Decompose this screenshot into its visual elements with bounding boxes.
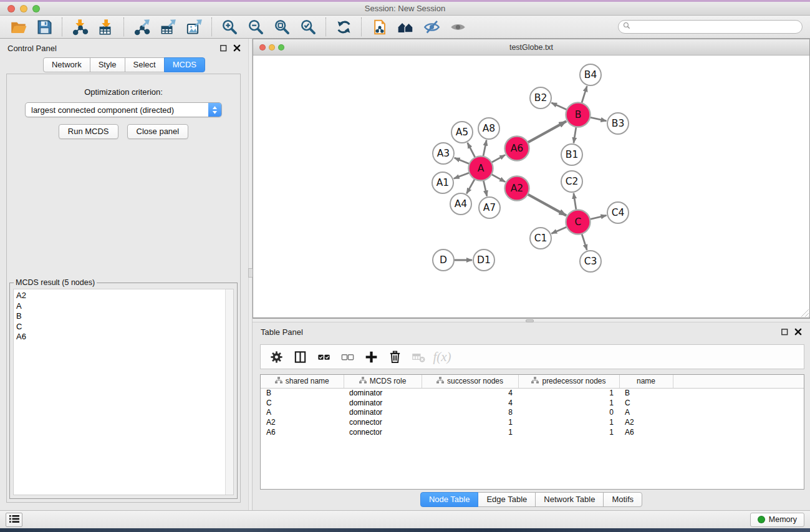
cell-name[interactable]: A (619, 408, 673, 418)
gear-button[interactable] (264, 346, 288, 367)
close-panel-button[interactable]: Close panel (127, 124, 189, 139)
network-window-titlebar[interactable]: testGlobe.txt (253, 39, 809, 56)
zoom-selected-button[interactable] (295, 17, 321, 37)
cell-name[interactable]: A2 (619, 417, 673, 427)
cell-successor-nodes[interactable]: 1 (422, 427, 518, 437)
mcds-result-item[interactable]: A (14, 301, 233, 312)
node-D1[interactable]: D1 (473, 249, 494, 271)
cell-shared-name[interactable]: A6 (261, 427, 344, 437)
tab-edge-table[interactable]: Edge Table (478, 492, 536, 507)
result-list-scrollbar[interactable] (225, 289, 233, 495)
new-network-from-selection-button[interactable] (366, 17, 392, 37)
cell-MCDS-role[interactable]: dominator (344, 408, 422, 418)
tab-mcds[interactable]: MCDS (164, 57, 205, 72)
table-row[interactable]: Cdominator41C (261, 398, 804, 408)
cell-shared-name[interactable]: C (261, 398, 344, 408)
cell-predecessor-nodes[interactable]: 1 (518, 388, 619, 398)
cell-name[interactable]: C (619, 398, 673, 408)
open-file-button[interactable] (5, 17, 31, 37)
cell-shared-name[interactable]: A2 (261, 417, 344, 427)
run-mcds-button[interactable]: Run MCDS (59, 124, 118, 139)
first-neighbors-button[interactable] (392, 17, 418, 37)
search-field[interactable] (618, 20, 803, 34)
node-A1[interactable]: A1 (432, 172, 453, 193)
table-row[interactable]: A6connector11A6 (261, 427, 804, 437)
cell-successor-nodes[interactable]: 1 (422, 417, 518, 427)
show-panels-menu-button[interactable] (6, 513, 22, 527)
node-C4[interactable]: C4 (607, 202, 629, 223)
cell-predecessor-nodes[interactable]: 1 (518, 417, 619, 427)
node-C2[interactable]: C2 (561, 171, 582, 192)
cell-MCDS-role[interactable]: connector (344, 417, 422, 427)
export-network-button[interactable] (128, 17, 155, 37)
split-panel-button[interactable] (288, 346, 312, 367)
tab-motifs[interactable]: Motifs (603, 492, 642, 507)
cell-predecessor-nodes[interactable]: 0 (518, 408, 619, 418)
cell-name[interactable]: B (619, 388, 673, 398)
delete-columns-button[interactable] (383, 346, 407, 367)
column-header-shared-name[interactable]: shared name (261, 375, 344, 388)
cell-MCDS-role[interactable]: dominator (344, 398, 422, 408)
node-A6-dominator[interactable]: A6 (505, 137, 529, 161)
save-session-button[interactable] (31, 17, 57, 37)
import-network-button[interactable] (67, 17, 93, 37)
export-image-button[interactable] (181, 17, 207, 37)
zoom-fit-button[interactable] (269, 17, 295, 37)
tab-node-table[interactable]: Node Table (420, 492, 479, 507)
node-table[interactable]: shared nameMCDS rolesuccessor nodesprede… (260, 374, 804, 490)
mcds-result-list[interactable]: A2ABCA6 (13, 289, 234, 495)
refresh-button[interactable] (330, 17, 357, 37)
tab-select[interactable]: Select (125, 57, 165, 72)
network-canvas[interactable]: B4B2BB3A5A8A6B1A3AC2A1A2A4A7CC4C1C3DD1 (253, 56, 809, 317)
network-view-window[interactable]: testGlobe.txt B4B2BB3A5A8A6B1A3AC2A1A2A4… (253, 39, 810, 318)
node-B-dominator[interactable]: B (566, 103, 591, 127)
mcds-result-item[interactable]: A6 (14, 332, 233, 342)
app-titlebar[interactable]: Session: New Session (0, 2, 810, 16)
cell-successor-nodes[interactable]: 4 (422, 388, 518, 398)
select-all-checkboxes-button[interactable] (312, 346, 335, 367)
node-D[interactable]: D (433, 249, 454, 271)
table-row[interactable]: A2connector11A2 (261, 417, 804, 427)
node-B4[interactable]: B4 (580, 64, 601, 85)
float-panel-button[interactable] (219, 44, 227, 52)
float-panel-button[interactable] (780, 328, 788, 336)
column-header-successor-nodes[interactable]: successor nodes (422, 375, 518, 388)
network-graph[interactable]: B4B2BB3A5A8A6B1A3AC2A1A2A4A7CC4C1C3DD1 (253, 56, 809, 317)
cell-shared-name[interactable]: B (261, 388, 344, 398)
cell-predecessor-nodes[interactable]: 1 (518, 427, 619, 437)
node-C-dominator[interactable]: C (566, 210, 591, 235)
close-panel-button[interactable] (233, 44, 241, 52)
node-A8[interactable]: A8 (478, 118, 499, 139)
tab-style[interactable]: Style (90, 57, 125, 72)
cell-successor-nodes[interactable]: 8 (422, 408, 518, 418)
table-row[interactable]: Adominator80A (261, 408, 804, 418)
tab-network[interactable]: Network (43, 57, 90, 72)
cell-shared-name[interactable]: A (261, 408, 344, 418)
search-input[interactable] (634, 22, 798, 31)
node-A3[interactable]: A3 (433, 143, 454, 164)
node-A2-dominator[interactable]: A2 (505, 177, 529, 201)
column-header-predecessor-nodes[interactable]: predecessor nodes (518, 375, 619, 388)
zoom-in-button[interactable] (216, 17, 243, 37)
cell-name[interactable]: A6 (619, 427, 673, 437)
zoom-out-button[interactable] (243, 17, 269, 37)
tab-network-table[interactable]: Network Table (535, 492, 604, 507)
cell-predecessor-nodes[interactable]: 1 (518, 398, 619, 408)
show-all-button[interactable] (445, 17, 471, 37)
node-C1[interactable]: C1 (530, 228, 551, 249)
mcds-result-item[interactable]: A2 (14, 291, 233, 301)
hide-selected-button[interactable] (418, 17, 445, 37)
node-A4[interactable]: A4 (450, 193, 471, 215)
node-B2[interactable]: B2 (530, 87, 551, 109)
close-panel-button[interactable] (794, 328, 802, 336)
mcds-result-item[interactable]: C (14, 322, 233, 332)
optimization-criterion-select[interactable]: largest connected component (directed) (25, 102, 222, 117)
horizontal-split-divider[interactable] (253, 318, 810, 322)
import-table-button[interactable] (93, 17, 119, 37)
cell-successor-nodes[interactable]: 4 (422, 398, 518, 408)
add-column-button[interactable] (359, 346, 383, 367)
memory-button[interactable]: Memory (750, 513, 804, 527)
node-A-dominator[interactable]: A (469, 157, 493, 181)
cell-MCDS-role[interactable]: dominator (344, 388, 422, 398)
node-A5[interactable]: A5 (451, 122, 473, 143)
